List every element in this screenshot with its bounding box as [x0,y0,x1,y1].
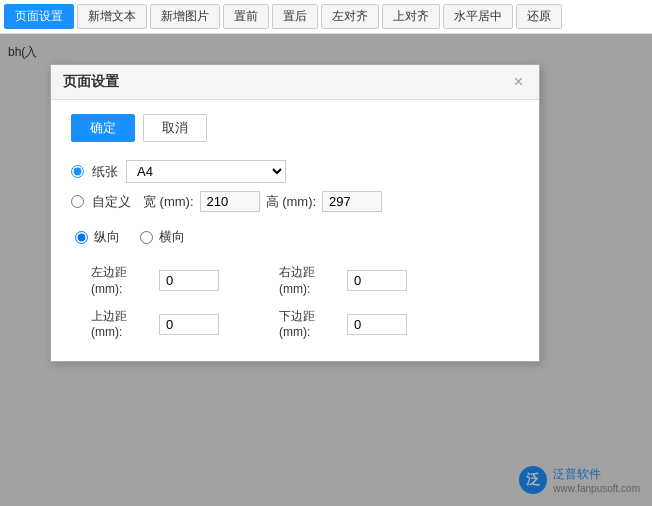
dialog-title: 页面设置 [63,73,119,91]
left-margin-input[interactable] [159,270,219,291]
left-margin-row: 左边距(mm): [91,264,219,298]
toolbar-btn-还原[interactable]: 还原 [516,4,562,29]
left-margin-label: 左边距(mm): [91,264,151,298]
top-margin-input[interactable] [159,314,219,335]
bottom-margin-row: 下边距(mm): [279,308,407,342]
portrait-label: 纵向 [94,228,120,246]
custom-size-row: 宽 (mm): 高 (mm): [143,191,382,212]
action-row: 确定 取消 [71,114,519,142]
bottom-margin-label: 下边距(mm): [279,308,339,342]
landscape-option: 横向 [140,228,185,246]
toolbar-btn-新增图片[interactable]: 新增图片 [150,4,220,29]
close-button[interactable]: × [510,74,527,90]
portrait-option: 纵向 [75,228,120,246]
confirm-button[interactable]: 确定 [71,114,135,142]
custom-radio-label: 自定义 [92,193,131,211]
width-label: 宽 (mm): [143,193,194,211]
toolbar: 页面设置新增文本新增图片置前置后左对齐上对齐水平居中还原 [0,0,652,34]
landscape-radio[interactable] [140,231,153,244]
right-margin-input[interactable] [347,270,407,291]
main-area: bh(入 页面设置 × 确定 取消 纸张 A4 A3 B5 [0,34,652,506]
paper-section: 纸张 A4 A3 B5 Letter 自定义 宽 (mm): 高 [71,160,519,212]
top-margin-row: 上边距(mm): [91,308,219,342]
height-label: 高 (mm): [266,193,317,211]
toolbar-btn-置后[interactable]: 置后 [272,4,318,29]
right-margin-row: 右边距(mm): [279,264,407,298]
page-settings-dialog: 页面设置 × 确定 取消 纸张 A4 A3 B5 Letter [50,64,540,362]
margins-section: 左边距(mm): 上边距(mm): 右边距(mm): 下边距(m [91,264,519,341]
paper-radio[interactable] [71,165,84,178]
dialog-body: 确定 取消 纸张 A4 A3 B5 Letter [51,100,539,361]
paper-radio-label: 纸张 [92,163,118,181]
paper-radio-row: 纸张 A4 A3 B5 Letter [71,160,519,183]
dialog-header: 页面设置 × [51,65,539,100]
height-input[interactable] [322,191,382,212]
cancel-button[interactable]: 取消 [143,114,207,142]
toolbar-btn-页面设置[interactable]: 页面设置 [4,4,74,29]
toolbar-btn-新增文本[interactable]: 新增文本 [77,4,147,29]
right-margin-label: 右边距(mm): [279,264,339,298]
custom-radio-row: 自定义 宽 (mm): 高 (mm): [71,191,519,212]
portrait-radio[interactable] [75,231,88,244]
toolbar-btn-上对齐[interactable]: 上对齐 [382,4,440,29]
toolbar-btn-置前[interactable]: 置前 [223,4,269,29]
landscape-label: 横向 [159,228,185,246]
paper-select[interactable]: A4 A3 B5 Letter [126,160,286,183]
right-margin-col: 右边距(mm): 下边距(mm): [279,264,407,341]
top-margin-label: 上边距(mm): [91,308,151,342]
orientation-section: 纵向 横向 [75,228,519,246]
custom-radio[interactable] [71,195,84,208]
width-input[interactable] [200,191,260,212]
toolbar-btn-水平居中[interactable]: 水平居中 [443,4,513,29]
left-margin-col: 左边距(mm): 上边距(mm): [91,264,219,341]
toolbar-btn-左对齐[interactable]: 左对齐 [321,4,379,29]
bottom-margin-input[interactable] [347,314,407,335]
